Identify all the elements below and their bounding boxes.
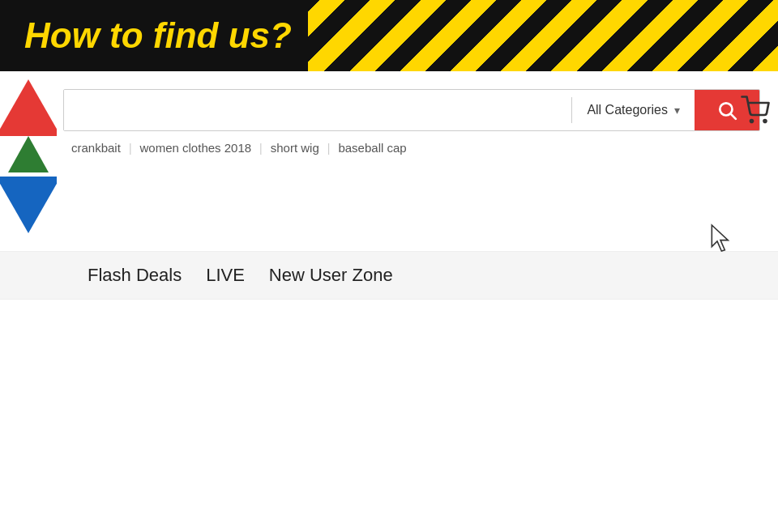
search-icon bbox=[716, 100, 737, 121]
svg-point-2 bbox=[750, 120, 753, 122]
cart-icon bbox=[741, 96, 770, 125]
cart-button[interactable] bbox=[741, 96, 770, 131]
suggestion-baseball-cap[interactable]: baseball cap bbox=[330, 138, 414, 158]
logo-area bbox=[0, 71, 57, 233]
logo-green-triangle bbox=[8, 136, 49, 172]
navigation-bar: Flash Deals LIVE New User Zone bbox=[0, 251, 778, 300]
nav-flash-deals[interactable]: Flash Deals bbox=[63, 265, 206, 286]
svg-point-0 bbox=[720, 103, 732, 115]
search-section: All Categories ▾ bbox=[63, 89, 778, 131]
nav-new-user-zone[interactable]: New User Zone bbox=[269, 265, 417, 286]
categories-dropdown[interactable]: All Categories ▾ bbox=[572, 90, 695, 130]
svg-line-1 bbox=[731, 114, 735, 118]
search-input[interactable] bbox=[64, 90, 571, 130]
cursor-icon bbox=[707, 223, 733, 253]
banner-title: How to find us? bbox=[0, 15, 292, 56]
suggestion-short-wig[interactable]: short wig bbox=[263, 138, 327, 158]
top-banner: How to find us? bbox=[0, 0, 778, 71]
chevron-down-icon: ▾ bbox=[674, 104, 680, 117]
search-suggestions: crankbait | women clothes 2018 | short w… bbox=[63, 138, 415, 158]
svg-marker-4 bbox=[712, 225, 728, 251]
stripe-decoration bbox=[308, 0, 778, 71]
svg-point-3 bbox=[764, 120, 767, 122]
logo-red-triangle bbox=[0, 79, 57, 136]
nav-live[interactable]: LIVE bbox=[206, 265, 269, 286]
suggestion-crankbait[interactable]: crankbait bbox=[63, 138, 129, 158]
search-bar: All Categories ▾ bbox=[63, 89, 760, 131]
categories-label: All Categories bbox=[587, 103, 668, 117]
suggestion-women-clothes[interactable]: women clothes 2018 bbox=[132, 138, 260, 158]
logo-blue-triangle bbox=[0, 177, 57, 233]
lower-content bbox=[0, 300, 778, 532]
